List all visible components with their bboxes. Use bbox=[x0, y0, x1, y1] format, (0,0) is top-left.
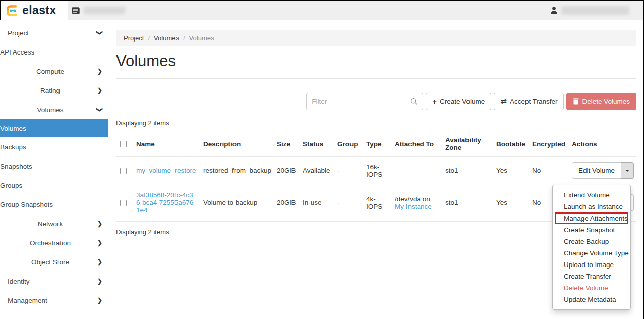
sidebar-item-label: Volumes bbox=[0, 106, 91, 114]
actions-dropdown-toggle[interactable] bbox=[621, 162, 634, 179]
menu-item-create-snapshot[interactable]: Create Snapshot bbox=[553, 224, 630, 236]
sidebar-item-management[interactable]: Management❯ bbox=[0, 291, 108, 310]
row-actions-dropdown-menu: Extend VolumeLaunch as InstanceManage At… bbox=[552, 185, 631, 310]
title-divider bbox=[116, 78, 636, 79]
cell-status: In-use bbox=[299, 184, 333, 222]
user-menu[interactable] bbox=[551, 1, 643, 20]
chevron-down-icon: ❯ bbox=[91, 29, 108, 36]
brand-wordmark: elastx bbox=[22, 4, 56, 17]
breadcrumb-item[interactable]: Volumes bbox=[154, 34, 179, 42]
sidebar-item-api-access[interactable]: API Access bbox=[0, 42, 108, 62]
column-header-availability-zone: Availability Zone bbox=[441, 131, 492, 157]
chevron-down-icon: ❯ bbox=[91, 106, 108, 113]
cell-type: 16k-IOPS bbox=[362, 157, 391, 184]
column-header-status: Status bbox=[299, 131, 333, 157]
sidebar-item-label: Identity bbox=[8, 278, 91, 285]
menu-item-update-metadata[interactable]: Update Metadata bbox=[553, 294, 630, 305]
edit-volume-button[interactable]: Edit Volume bbox=[572, 162, 621, 179]
column-header-actions: Actions bbox=[568, 131, 636, 157]
menu-item-create-transfer[interactable]: Create Transfer bbox=[553, 271, 630, 282]
breadcrumb-item[interactable]: Project bbox=[124, 34, 144, 42]
sidebar-item-project[interactable]: Project❯ bbox=[0, 23, 108, 42]
breadcrumb-separator: / bbox=[179, 34, 189, 42]
cell-checkbox bbox=[116, 157, 132, 184]
sidebar-item-backups[interactable]: Backups bbox=[0, 137, 108, 156]
chevron-right-icon: ❯ bbox=[91, 278, 108, 285]
delete-volumes-button[interactable]: Delete Volumes bbox=[566, 93, 636, 110]
brand[interactable]: elastx bbox=[1, 1, 68, 20]
column-header-encrypted: Encrypted bbox=[528, 131, 568, 157]
sidebar-item-rating[interactable]: Rating❯ bbox=[0, 81, 108, 100]
user-icon bbox=[551, 7, 557, 14]
chevron-right-icon: ❯ bbox=[91, 297, 108, 304]
instance-link[interactable]: My Instance bbox=[395, 203, 432, 210]
table-row: my_volume_restorerestored_from_backup20G… bbox=[116, 157, 636, 184]
cell-type: 4k-IOPS bbox=[362, 184, 391, 222]
column-header-name: Name bbox=[132, 131, 199, 157]
sidebar-item-identity[interactable]: Identity❯ bbox=[0, 272, 108, 291]
row-actions: Edit Volume bbox=[572, 162, 634, 179]
sidebar-item-orchestration[interactable]: Orchestration❯ bbox=[0, 233, 108, 252]
page-title: Volumes bbox=[116, 52, 636, 70]
row-checkbox[interactable] bbox=[120, 200, 127, 206]
menu-item-delete-volume[interactable]: Delete Volume bbox=[553, 282, 630, 294]
filter-box bbox=[306, 93, 423, 110]
sidebar-item-label: Management bbox=[8, 297, 91, 304]
row-checkbox[interactable] bbox=[120, 168, 127, 174]
menu-item-create-backup[interactable]: Create Backup bbox=[553, 236, 630, 247]
sidebar-item-label: Project bbox=[8, 29, 91, 37]
cell-checkbox bbox=[116, 184, 132, 222]
cell-encrypted: No bbox=[528, 157, 568, 184]
breadcrumb-item: Volumes bbox=[189, 34, 214, 42]
sidebar-item-label: Network bbox=[0, 220, 91, 228]
redacted-user-email bbox=[561, 6, 629, 15]
column-header-attached-to: Attached To bbox=[391, 131, 441, 157]
volume-name-link[interactable]: my_volume_restore bbox=[136, 167, 196, 174]
select-all-checkbox[interactable] bbox=[120, 141, 127, 147]
column-header-group: Group bbox=[333, 131, 362, 157]
chevron-right-icon: ❯ bbox=[91, 239, 108, 246]
sidebar-item-label: Orchestration bbox=[0, 239, 91, 247]
cell-name: my_volume_restore bbox=[132, 157, 199, 184]
table-header-row: NameDescriptionSizeStatusGroupTypeAttach… bbox=[116, 131, 636, 157]
project-context-switcher[interactable] bbox=[68, 1, 125, 20]
sidebar-item-label: API Access bbox=[0, 48, 101, 56]
volume-name-link[interactable]: 3af38568-20fc-4c36-bca4-72555a6761e4 bbox=[136, 191, 193, 214]
sidebar-item-snapshots[interactable]: Snapshots bbox=[0, 156, 108, 176]
menu-item-change-volume-type[interactable]: Change Volume Type bbox=[553, 247, 630, 259]
menu-item-extend-volume[interactable]: Extend Volume bbox=[553, 189, 630, 201]
search-icon[interactable] bbox=[410, 98, 418, 105]
sidebar-item-label: Group Snapshots bbox=[0, 201, 101, 208]
sidebar-item-label: Snapshots bbox=[0, 163, 101, 170]
menu-item-launch-as-instance[interactable]: Launch as Instance bbox=[553, 201, 630, 212]
filter-input[interactable] bbox=[312, 98, 410, 105]
cell-description: restored_from_backup bbox=[199, 157, 273, 184]
cell-actions: Edit Volume bbox=[568, 157, 636, 184]
cell-description: Volume to backup bbox=[199, 184, 273, 222]
sidebar-item-object-store[interactable]: Object Store❯ bbox=[0, 252, 108, 272]
create-volume-button[interactable]: + Create Volume bbox=[426, 93, 491, 110]
cell-size: 20GiB bbox=[273, 184, 299, 222]
cell-group: - bbox=[333, 157, 362, 184]
attached-device-text: /dev/vda on bbox=[395, 195, 430, 203]
caret-down-icon bbox=[625, 170, 629, 172]
sidebar-item-label: Compute bbox=[0, 68, 91, 75]
column-header-description: Description bbox=[199, 131, 273, 157]
sidebar-item-volumes[interactable]: Volumes bbox=[0, 119, 108, 137]
plus-icon: + bbox=[432, 97, 437, 106]
topbar: elastx bbox=[0, 1, 643, 20]
accept-transfer-button[interactable]: ⇄ Accept Transfer bbox=[494, 93, 564, 110]
cell-bootable: Yes bbox=[492, 157, 528, 184]
sidebar-item-groups[interactable]: Groups bbox=[0, 176, 108, 195]
sidebar-item-group-snapshots[interactable]: Group Snapshots bbox=[0, 195, 108, 214]
sidebar-item-network[interactable]: Network❯ bbox=[0, 214, 108, 233]
table-toolbar: + Create Volume ⇄ Accept Transfer Delete… bbox=[116, 93, 636, 110]
sidebar-item-compute[interactable]: Compute❯ bbox=[0, 62, 108, 81]
project-list-icon bbox=[72, 7, 80, 14]
menu-item-upload-to-image[interactable]: Upload to Image bbox=[553, 259, 630, 271]
breadcrumb-separator: / bbox=[144, 34, 154, 42]
sidebar-item-volumes[interactable]: Volumes❯ bbox=[0, 100, 108, 119]
cell-size: 20GiB bbox=[273, 157, 299, 184]
menu-item-manage-attachments[interactable]: Manage Attachments bbox=[555, 212, 628, 224]
chevron-right-icon: ❯ bbox=[91, 220, 108, 227]
